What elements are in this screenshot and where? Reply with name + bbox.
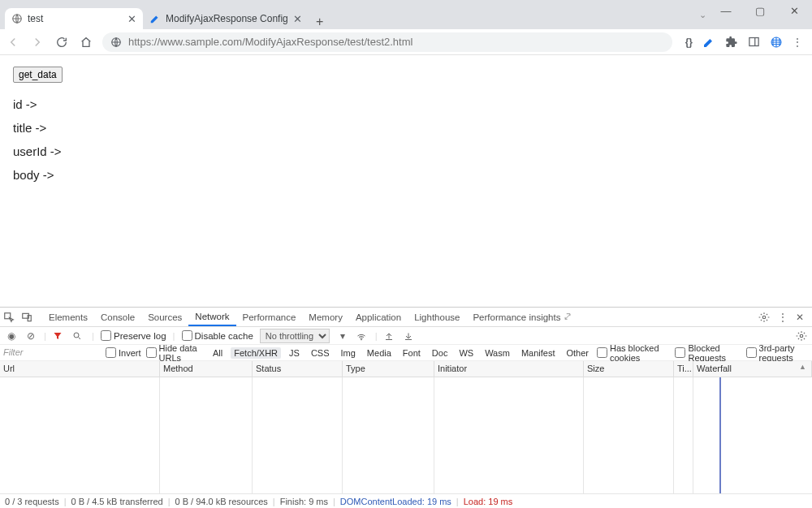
output-id: id -> — [13, 97, 799, 111]
status-finish: Finish: 9 ms — [280, 497, 328, 506]
window-maximize-button[interactable]: ▢ — [750, 5, 770, 17]
upload-har-icon[interactable] — [384, 331, 397, 341]
devtools-tab-application[interactable]: Application — [349, 309, 408, 325]
blocked-cookies-checkbox[interactable]: Has blocked cookies — [597, 343, 670, 363]
window-close-button[interactable]: ✕ — [784, 5, 804, 17]
network-table-body — [0, 377, 812, 493]
filter-type-media[interactable]: Media — [364, 347, 395, 359]
filter-type-manifest[interactable]: Manifest — [518, 347, 559, 359]
devtools-tab-performance[interactable]: Performance — [236, 309, 303, 325]
browser-tab-2[interactable]: ModifyAjaxResponse Config ✕ — [143, 8, 309, 29]
devtools-more-icon[interactable]: ⋮ — [778, 312, 788, 323]
new-tab-button[interactable]: + — [309, 15, 331, 29]
col-header-method[interactable]: Method — [160, 361, 253, 377]
inspect-element-icon[interactable] — [3, 312, 18, 323]
invert-checkbox[interactable]: Invert — [106, 347, 141, 358]
output-userid: userId -> — [13, 144, 799, 158]
throttling-select[interactable]: No throttling — [260, 329, 330, 343]
col-header-type[interactable]: Type — [343, 361, 434, 377]
reload-button[interactable] — [54, 34, 70, 50]
filter-type-doc[interactable]: Doc — [429, 347, 451, 359]
browser-tab-1[interactable]: test ✕ — [5, 8, 143, 29]
devtools-tab-lighthouse[interactable]: Lighthouse — [408, 309, 466, 325]
filter-type-all[interactable]: All — [209, 347, 226, 359]
status-resources: 0 B / 94.0 kB resources — [175, 497, 268, 506]
col-header-initiator[interactable]: Initiator — [434, 361, 584, 377]
network-columns-header: Url Method Status Type Initiator Size Ti… — [0, 361, 812, 377]
close-icon[interactable]: ✕ — [293, 13, 302, 25]
filter-icon[interactable] — [53, 331, 66, 341]
filter-type-wasm[interactable]: Wasm — [482, 347, 513, 359]
devtools-tab-console[interactable]: Console — [94, 309, 141, 325]
output-title: title -> — [13, 121, 799, 135]
col-header-waterfall[interactable]: Waterfall▲ — [693, 361, 812, 377]
clear-icon[interactable]: ⊘ — [24, 330, 37, 342]
site-info-icon[interactable] — [110, 37, 122, 48]
browser-toolbar: {} ⋮ — [0, 29, 812, 55]
col-header-status[interactable]: Status — [253, 361, 343, 377]
devtools-tab-memory[interactable]: Memory — [302, 309, 349, 325]
devtools-tab-sources[interactable]: Sources — [141, 309, 188, 325]
filter-input[interactable] — [2, 346, 101, 359]
network-conditions-icon[interactable] — [356, 331, 369, 341]
devtools-panel: Elements Console Sources Network Perform… — [0, 307, 812, 508]
third-party-checkbox[interactable]: 3rd-party requests — [746, 343, 812, 363]
braces-extension-icon[interactable]: {} — [685, 37, 693, 48]
browser-tabstrip: ⌄ — ▢ ✕ test ✕ ModifyAjaxResponse Config… — [0, 6, 812, 29]
status-load: Load: 19 ms — [464, 497, 513, 506]
tab-label: test — [28, 13, 123, 24]
svg-point-9 — [74, 333, 79, 338]
devtools-close-icon[interactable]: ✕ — [796, 312, 804, 323]
devtools-tab-elements[interactable]: Elements — [42, 309, 94, 325]
chevron-down-icon[interactable]: ▾ — [336, 330, 349, 342]
filter-type-fetchxhr[interactable]: Fetch/XHR — [231, 347, 281, 359]
tab-label: ModifyAjaxResponse Config — [166, 13, 288, 24]
status-requests: 0 / 3 requests — [5, 497, 59, 506]
search-icon[interactable] — [72, 331, 85, 341]
filter-type-ws[interactable]: WS — [456, 347, 477, 359]
get-data-button[interactable]: get_data — [13, 67, 63, 83]
output-body: body -> — [13, 168, 799, 182]
status-dcl: DOMContentLoaded: 19 ms — [340, 497, 451, 506]
browser-menu-button[interactable]: ⋮ — [793, 37, 802, 48]
filter-type-css[interactable]: CSS — [308, 347, 333, 359]
col-header-time[interactable]: Ti... — [674, 361, 693, 377]
home-button[interactable] — [78, 34, 94, 50]
devtools-tab-perf-insights[interactable]: Performance insights — [466, 309, 577, 325]
window-controls: — ▢ ✕ — [716, 5, 812, 17]
close-icon[interactable]: ✕ — [127, 13, 136, 25]
disable-cache-checkbox[interactable]: Disable cache — [182, 330, 253, 341]
network-settings-icon[interactable] — [796, 330, 807, 342]
col-header-url[interactable]: Url — [0, 361, 160, 377]
devtools-status-bar: 0 / 3 requests| 0 B / 4.5 kB transferred… — [0, 493, 812, 508]
hide-data-urls-checkbox[interactable]: Hide data URLs — [146, 343, 205, 363]
record-icon[interactable]: ◉ — [5, 330, 18, 342]
download-har-icon[interactable] — [404, 331, 417, 341]
filter-type-font[interactable]: Font — [400, 347, 424, 359]
forward-button[interactable] — [29, 34, 45, 50]
devtools-settings-icon[interactable] — [758, 312, 770, 323]
waterfall-marker — [719, 377, 721, 493]
tabstrip-chevron-icon[interactable]: ⌄ — [699, 10, 706, 20]
address-bar[interactable] — [102, 32, 672, 52]
svg-rect-2 — [749, 38, 758, 46]
col-header-size[interactable]: Size — [584, 361, 674, 377]
panel-icon[interactable] — [748, 36, 760, 48]
window-minimize-button[interactable]: — — [716, 5, 736, 17]
devtools-tab-network[interactable]: Network — [188, 308, 235, 326]
url-input[interactable] — [128, 36, 664, 48]
svg-point-10 — [361, 339, 361, 340]
preserve-log-checkbox[interactable]: Preserve log — [101, 330, 166, 341]
sort-asc-icon: ▲ — [799, 363, 806, 371]
network-filter-row: Invert Hide data URLs All Fetch/XHR JS C… — [0, 345, 812, 361]
device-toolbar-icon[interactable] — [21, 312, 36, 323]
pencil-extension-icon[interactable] — [702, 36, 715, 49]
blocked-requests-checkbox[interactable]: Blocked Requests — [675, 343, 741, 363]
back-button[interactable] — [5, 34, 21, 50]
extensions-icon[interactable] — [725, 36, 738, 49]
filter-type-js[interactable]: JS — [286, 347, 303, 359]
filter-type-img[interactable]: Img — [338, 347, 359, 359]
devtools-tabs: Elements Console Sources Network Perform… — [0, 308, 812, 327]
globe-grid-icon[interactable] — [770, 36, 783, 49]
filter-type-other[interactable]: Other — [563, 347, 592, 359]
